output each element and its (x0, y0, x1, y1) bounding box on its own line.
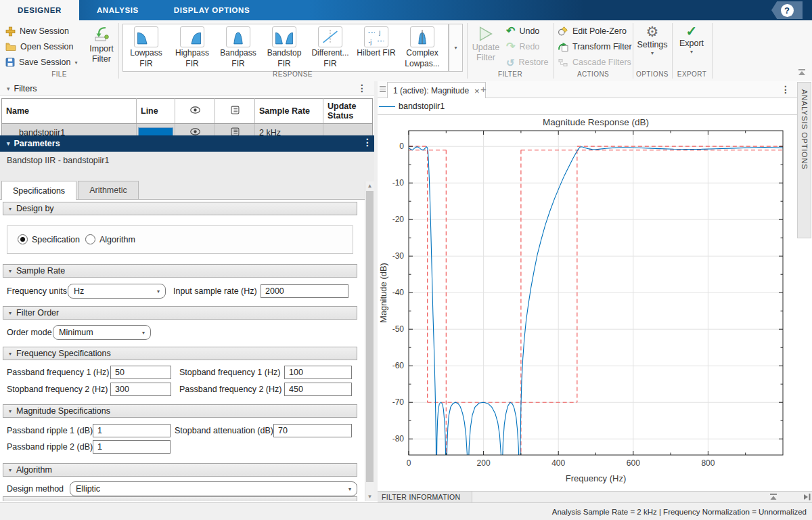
filters-and-parameters-panel: ▾ Filters ⋮ Name Line Sample Rate Update… (0, 81, 375, 501)
collapse-ribbon-button[interactable] (797, 69, 807, 77)
tab-designer[interactable]: DESIGNER (0, 0, 79, 20)
toolstrip-tab-bar: DESIGNER ANALYSIS DISPLAY OPTIONS ? (0, 0, 812, 20)
analysis-panel: 1 (active): Magnitude × + ⋮ bandstopiir1… (378, 81, 812, 502)
algorithm-section-header[interactable]: ▾ Algorithm (3, 463, 357, 477)
parameters-menu-kebab-icon[interactable]: ⋮ (363, 137, 372, 148)
section-collapse-icon: ▾ (9, 310, 12, 316)
complex-lowpass-button[interactable]: Complex Lowpas... (399, 24, 445, 71)
tab-analysis[interactable]: ANALYSIS (79, 0, 156, 20)
frequency-units-select[interactable]: Hz ▾ (68, 284, 166, 299)
gallery-expand-button[interactable]: ▾ (449, 24, 463, 72)
svg-text:-80: -80 (392, 434, 405, 443)
radio-specification-button[interactable] (18, 234, 28, 244)
bandpass-fir-button[interactable]: Bandpass FIR (215, 24, 261, 71)
open-folder-icon (5, 42, 16, 51)
magnitude-response-chart[interactable]: 02004006008000-10-20-30-40-50-60-70-80Ma… (378, 115, 797, 492)
scrollbar-thumb[interactable] (366, 191, 374, 482)
svg-text:0: 0 (407, 458, 411, 468)
highpass-response-icon (180, 26, 204, 47)
parameters-panel-title: Parameters (14, 139, 60, 148)
passband-ripple-1-label: Passband ripple 1 (dB) (7, 423, 93, 438)
differentiator-fir-button[interactable]: Different... FIR (307, 24, 353, 71)
column-line: Line (137, 99, 175, 124)
edit-pole-zero-icon (558, 26, 568, 37)
magnitude-response-plot[interactable]: 02004006008000-10-20-30-40-50-60-70-80Ma… (378, 114, 797, 492)
hilbert-fir-button[interactable]: j-j Hilbert FIR (353, 24, 399, 71)
bandstop-fir-button[interactable]: Bandstop FIR (261, 24, 307, 71)
filters-collapse-icon: ▾ (7, 85, 10, 92)
stopband-frequency-1-field[interactable] (284, 366, 352, 379)
svg-text:Magnitude (dB): Magnitude (dB) (378, 263, 388, 323)
undo-button[interactable]: ↶ Undo (506, 24, 539, 38)
settings-gear-icon: ⚙ (646, 24, 659, 39)
radio-specification[interactable]: Specification (18, 234, 80, 244)
collapse-panel-icon[interactable] (802, 493, 811, 501)
settings-button[interactable]: ⚙ Settings ▾ (634, 24, 671, 56)
column-info (215, 99, 255, 124)
column-visibility (175, 99, 215, 124)
analysis-options-tab[interactable]: ANALYSIS OPTIONS (797, 82, 811, 238)
parameters-subtitle: Bandstop IIR - bandstopiir1 (0, 152, 374, 181)
help-button[interactable]: ? (771, 1, 803, 19)
filter-information-tab[interactable]: FILTER INFORMATION (378, 492, 472, 502)
docbar-grip-icon[interactable] (380, 86, 386, 93)
highpass-fir-button[interactable]: Highpass FIR (169, 24, 215, 71)
passband-ripple-1-field[interactable] (93, 424, 171, 437)
transform-filter-button[interactable]: Transform Filter (558, 40, 632, 53)
svg-text:-60: -60 (392, 361, 405, 370)
passband-ripple-2-field[interactable] (93, 440, 171, 454)
design-by-groupbox: Specification Algorithm (7, 225, 353, 254)
scroll-up-icon[interactable]: ▲ (365, 181, 374, 190)
magnitude-specifications-section-header[interactable]: ▾ Magnitude Specifications (3, 404, 357, 418)
filters-menu-kebab-icon[interactable]: ⋮ (357, 83, 367, 93)
cascade-filters-button[interactable]: Cascade Filters (558, 56, 631, 69)
section-collapse-icon: ▾ (9, 268, 12, 274)
lowpass-response-icon (134, 26, 158, 47)
scroll-to-top-icon[interactable] (769, 493, 778, 501)
import-filter-button[interactable]: Import Filter (87, 26, 116, 64)
filters-panel-header[interactable]: ▾ Filters ⋮ (0, 81, 374, 96)
magnitude-doc-tab[interactable]: 1 (active): Magnitude × (387, 82, 486, 99)
bandstop-response-icon (272, 26, 296, 47)
radio-algorithm[interactable]: Algorithm (85, 234, 135, 244)
parameters-scrollbar[interactable]: ▲ ▼ (365, 181, 374, 501)
new-analysis-tab-button[interactable]: + (480, 83, 487, 95)
redo-button[interactable]: ↷ Redo (506, 40, 539, 53)
save-session-dropdown-caret[interactable]: ▾ (74, 60, 77, 66)
sample-rate-section-header[interactable]: ▾ Sample Rate (3, 264, 357, 278)
new-session-button[interactable]: New Session (5, 24, 69, 38)
parameters-panel-header[interactable]: ▾ Parameters ⋮ (0, 135, 374, 152)
design-by-section-header[interactable]: ▾ Design by (3, 202, 357, 215)
frequency-units-label: Frequency units (7, 284, 67, 299)
dropdown-caret-icon: ▾ (157, 288, 160, 295)
section-divider (712, 23, 713, 79)
scroll-down-icon[interactable]: ▼ (365, 492, 374, 501)
tab-specifications[interactable]: Specifications (1, 181, 76, 200)
update-filter-button[interactable]: Update Filter (470, 26, 502, 62)
order-mode-select[interactable]: Minimum ▾ (53, 325, 151, 340)
restore-button[interactable]: ↺ Restore (506, 56, 548, 69)
design-method-label: Design method (7, 481, 64, 496)
docbar-menu-kebab-icon[interactable]: ⋮ (781, 84, 790, 95)
filter-order-section-header[interactable]: ▾ Filter Order (3, 306, 357, 320)
close-tab-icon[interactable]: × (474, 86, 480, 96)
design-method-select[interactable]: Elliptic ▾ (70, 481, 357, 496)
complex-lowpass-response-icon (410, 26, 434, 47)
tab-arithmetic[interactable]: Arithmetic (78, 181, 139, 199)
stopband-frequency-2-field[interactable] (110, 383, 171, 396)
passband-frequency-1-field[interactable] (110, 366, 171, 379)
stopband-attenuation-field[interactable] (273, 424, 352, 437)
open-session-button[interactable]: Open Session (5, 40, 74, 53)
file-section-label: FILE (0, 70, 118, 78)
input-sample-rate-field[interactable] (261, 284, 348, 298)
tab-display-options[interactable]: DISPLAY OPTIONS (156, 0, 268, 20)
radio-algorithm-button[interactable] (85, 234, 95, 244)
edit-pole-zero-button[interactable]: Edit Pole-Zero (558, 24, 627, 38)
passband-frequency-2-field[interactable] (284, 383, 352, 396)
export-button[interactable]: ✓ Export ▾ (673, 24, 710, 55)
lowpass-fir-button[interactable]: Lowpass FIR (123, 24, 169, 71)
save-session-button[interactable]: Save Session ▾ (5, 56, 77, 69)
differentiator-response-icon (318, 26, 342, 47)
frequency-specifications-section-header[interactable]: ▾ Frequency Specifications (3, 347, 357, 360)
specifications-content: ▾ Design by Specification Algorithm ▾ Sa… (0, 200, 365, 501)
